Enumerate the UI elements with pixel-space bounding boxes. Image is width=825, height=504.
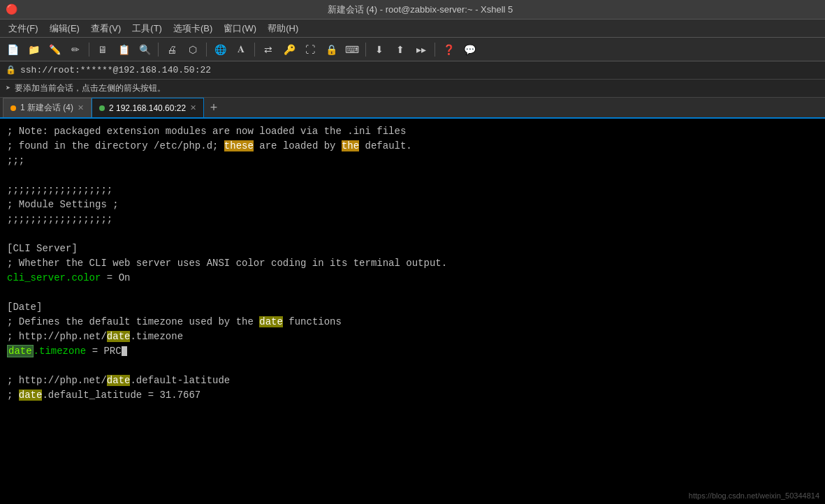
line-19: ; date.default_latitude = 31.7667: [7, 388, 818, 403]
toolbar-print[interactable]: 🖨: [162, 40, 182, 59]
line-2: ; found in the directory /etc/php.d; the…: [7, 139, 818, 154]
toolbar-key[interactable]: 🔑: [279, 40, 299, 59]
line-7: ;;;;;;;;;;;;;;;;;;: [7, 212, 818, 227]
title-bar: 🔴 新建会话 (4) - root@zabbix-server:~ - Xshe…: [0, 0, 825, 20]
line-16: date.timezone = PRC: [7, 344, 818, 359]
tab-1[interactable]: 1 新建会话 (4) ✕: [3, 98, 92, 117]
line-15: ; http://php.net/date.timezone: [7, 329, 818, 344]
toolbar-transfer[interactable]: ⇄: [258, 40, 278, 59]
toolbar-monitor[interactable]: 🖥: [93, 40, 112, 59]
separator-1: [89, 43, 89, 57]
line-5: ;;;;;;;;;;;;;;;;;;: [7, 183, 818, 198]
app-icon: 🔴: [6, 4, 17, 15]
toolbar-globe[interactable]: 🌐: [210, 40, 230, 59]
line-3: ;;;: [7, 154, 818, 168]
address-bar: 🔒 ssh://root:******@192.168.140.50:22: [0, 61, 825, 80]
toolbar-down-arrow[interactable]: ⬇: [370, 40, 389, 59]
toolbar: 📄 📁 ✏️ ✏ 🖥 📋 🔍 🖨 ⬡ 🌐 𝐀 ⇄ 🔑 ⛶ 🔒 ⌨ ⬇ ⬆ ▸▸ …: [0, 38, 825, 61]
toolbar-kbd[interactable]: ⌨: [342, 40, 362, 59]
line-14: ; Defines the default timezone used by t…: [7, 315, 818, 329]
tab-1-close[interactable]: ✕: [78, 103, 84, 112]
separator-2: [158, 43, 159, 57]
tab-2-label: 2 192.168.140.60:22: [109, 103, 186, 113]
separator-6: [435, 43, 435, 57]
tab-add-button[interactable]: +: [204, 98, 224, 117]
toolbar-copy[interactable]: 📋: [114, 40, 133, 59]
terminal[interactable]: ; Note: packaged extension modules are n…: [0, 119, 825, 504]
line-4: [7, 168, 818, 183]
toolbar-print2[interactable]: ⬡: [183, 40, 203, 59]
line-18: ; http://php.net/date.default-latitude: [7, 373, 818, 388]
menu-bar: 文件(F) 编辑(E) 查看(V) 工具(T) 选项卡(B) 窗口(W) 帮助(…: [0, 20, 825, 38]
toolbar-pencil2[interactable]: ✏: [66, 40, 85, 59]
toolbar-search[interactable]: 🔍: [135, 40, 154, 59]
menu-tab[interactable]: 选项卡(B): [168, 21, 218, 36]
tab-2-close[interactable]: ✕: [190, 103, 196, 112]
line-9: [CLI Server]: [7, 242, 818, 256]
line-13: [Date]: [7, 300, 818, 315]
toolbar-new[interactable]: 📄: [3, 40, 22, 59]
address-text: ssh://root:******@192.168.140.50:22: [20, 65, 211, 75]
watermark: https://blog.csdn.net/weixin_50344814: [689, 490, 819, 502]
separator-3: [206, 43, 207, 57]
menu-file[interactable]: 文件(F): [3, 21, 44, 36]
menu-view[interactable]: 查看(V): [85, 21, 126, 36]
line-1: ; Note: packaged extension modules are n…: [7, 124, 818, 139]
toolbar-font[interactable]: 𝐀: [231, 40, 251, 59]
toolbar-resize[interactable]: ⛶: [300, 40, 320, 59]
tab-bar: 1 新建会话 (4) ✕ 2 192.168.140.60:22 ✕ +: [0, 98, 825, 119]
toolbar-help[interactable]: ❓: [439, 40, 458, 59]
line-11: cli_server.color = On: [7, 271, 818, 286]
toolbar-message[interactable]: 💬: [460, 40, 479, 59]
toolbar-open[interactable]: 📁: [24, 40, 43, 59]
menu-edit[interactable]: 编辑(E): [44, 21, 85, 36]
menu-window[interactable]: 窗口(W): [218, 21, 262, 36]
info-bar: ➤ 要添加当前会话，点击左侧的箭头按钮。: [0, 80, 825, 98]
menu-tools[interactable]: 工具(T): [126, 21, 168, 36]
title-text: 新建会话 (4) - root@zabbix-server:~ - Xshell…: [21, 3, 819, 16]
lock-icon: 🔒: [6, 65, 16, 75]
line-6: ; Module Settings ;: [7, 198, 818, 212]
toolbar-edit[interactable]: ✏️: [45, 40, 64, 59]
info-text: 要添加当前会话，点击左侧的箭头按钮。: [15, 82, 166, 94]
line-17: [7, 359, 818, 373]
line-12: [7, 286, 818, 300]
toolbar-up-arrow[interactable]: ⬆: [390, 40, 410, 59]
tab-2[interactable]: 2 192.168.140.60:22 ✕: [92, 98, 204, 117]
toolbar-more[interactable]: ▸▸: [411, 40, 431, 59]
line-8: [7, 227, 818, 242]
arrow-icon: ➤: [6, 83, 10, 94]
line-10: ; Whether the CLI web server uses ANSI c…: [7, 256, 818, 271]
menu-help[interactable]: 帮助(H): [262, 21, 304, 36]
separator-4: [254, 43, 255, 57]
tab-2-dot: [99, 105, 105, 111]
separator-5: [365, 43, 366, 57]
toolbar-lock[interactable]: 🔒: [321, 40, 341, 59]
tab-1-label: 1 新建会话 (4): [20, 102, 73, 114]
tab-1-dot: [10, 105, 16, 111]
